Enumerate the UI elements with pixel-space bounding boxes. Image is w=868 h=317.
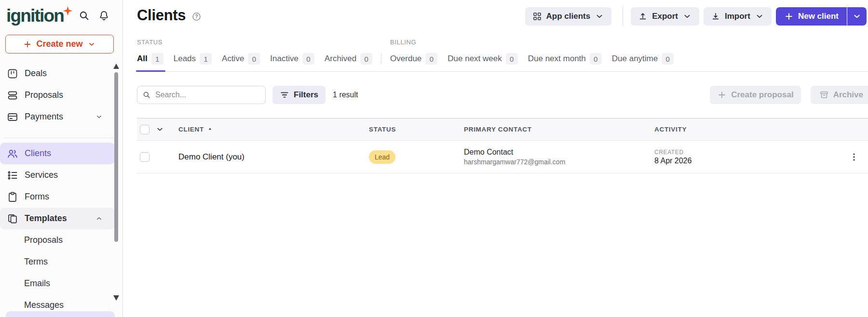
sidebar-item-clients[interactable]: Clients bbox=[0, 143, 115, 164]
table-header-row: CLIENT STATUS PRIMARY CONTACT ACTIVITY bbox=[137, 119, 868, 141]
primary-contact-cell: Demo Contact harshmargamwar772@gmail.com bbox=[464, 148, 654, 166]
export-label: Export bbox=[652, 12, 678, 21]
sidebar-subitem-terms[interactable]: Terms bbox=[0, 251, 115, 273]
chevron-down-icon bbox=[95, 113, 103, 121]
status-tab-leads[interactable]: Leads 1 bbox=[174, 52, 212, 66]
notifications-bell-icon[interactable] bbox=[98, 10, 110, 22]
sidebar-item-services[interactable]: Services bbox=[0, 164, 115, 186]
scrollbar-arrow-down[interactable] bbox=[113, 295, 119, 301]
activity-label: CREATED bbox=[654, 149, 840, 156]
import-label: Import bbox=[725, 12, 750, 21]
sidebar-item-payments[interactable]: Payments bbox=[0, 106, 115, 128]
tab-label: All bbox=[137, 54, 148, 64]
tab-count: 0 bbox=[590, 53, 602, 65]
contact-name: Demo Contact bbox=[464, 148, 654, 157]
sidebar-item-templates[interactable]: Templates bbox=[0, 208, 115, 229]
scrollbar-arrow-up[interactable] bbox=[113, 64, 119, 69]
tab-label: Due next week bbox=[448, 54, 502, 64]
templates-pages-icon bbox=[7, 213, 18, 225]
client-name-link[interactable]: Demo Client (you) bbox=[178, 152, 369, 162]
tab-label: Due anytime bbox=[612, 54, 658, 64]
filters-label: Filters bbox=[294, 90, 318, 100]
archive-button[interactable]: Archive bbox=[811, 86, 868, 104]
billing-filter-group: BILLING Overdue 0 Due next week 0 Due ne… bbox=[390, 39, 674, 71]
chevron-down-icon bbox=[852, 12, 862, 21]
billing-tab-due-next-week[interactable]: Due next week 0 bbox=[448, 52, 517, 66]
sidebar-item-deals[interactable]: Deals bbox=[0, 63, 115, 84]
header-actions: App clients Export Import bbox=[525, 7, 867, 26]
column-header-status: STATUS bbox=[369, 126, 464, 133]
status-tab-archived[interactable]: Archived 0 bbox=[325, 52, 372, 66]
upload-icon bbox=[638, 12, 648, 21]
tab-label: Leads bbox=[174, 54, 196, 64]
column-label: CLIENT bbox=[178, 126, 204, 133]
clients-table: CLIENT STATUS PRIMARY CONTACT ACTIVITY D… bbox=[137, 118, 868, 173]
new-client-split-button: New client bbox=[776, 7, 867, 26]
proposals-icon bbox=[7, 90, 18, 101]
tab-count: 1 bbox=[151, 53, 163, 65]
sidebar-item-proposals[interactable]: Proposals bbox=[0, 84, 115, 106]
status-tab-all[interactable]: All 1 bbox=[137, 52, 163, 66]
sparkle-icon bbox=[63, 6, 73, 16]
import-button[interactable]: Import bbox=[704, 7, 772, 26]
sidebar-subitem-emails[interactable]: Emails bbox=[0, 273, 115, 294]
scrollbar-thumb[interactable] bbox=[114, 72, 118, 242]
search-icon[interactable] bbox=[78, 10, 90, 22]
filters-button[interactable]: Filters bbox=[272, 86, 326, 104]
filter-group-separator bbox=[381, 53, 381, 64]
row-checkbox[interactable] bbox=[140, 152, 149, 162]
help-icon[interactable]: ? bbox=[191, 12, 202, 22]
new-client-button[interactable]: New client bbox=[776, 7, 847, 26]
app-clients-button[interactable]: App clients bbox=[525, 7, 612, 26]
new-client-dropdown-button[interactable] bbox=[847, 7, 867, 26]
sidebar-item-forms[interactable]: Forms bbox=[0, 186, 115, 208]
main-header: Clients ? App clients Export bbox=[137, 0, 868, 26]
chevron-down-icon bbox=[755, 12, 764, 21]
services-list-icon bbox=[7, 170, 18, 181]
chevron-down-icon[interactable] bbox=[155, 125, 178, 134]
archive-box-icon bbox=[819, 90, 829, 100]
table-row[interactable]: Demo Client (you) Lead Demo Contact hars… bbox=[137, 141, 868, 173]
clients-people-icon bbox=[7, 148, 18, 159]
billing-tab-due-next-month[interactable]: Due next month 0 bbox=[528, 52, 602, 66]
sidebar-subitem-proposals[interactable]: Proposals bbox=[0, 229, 115, 251]
sidebar-subitem-label: Emails bbox=[24, 278, 50, 289]
chevron-up-icon bbox=[95, 214, 103, 223]
sort-ascending-icon bbox=[207, 126, 213, 132]
create-proposal-button[interactable]: Create proposal bbox=[710, 86, 800, 104]
sidebar-item-label: Clients bbox=[25, 148, 51, 158]
result-count: 1 result bbox=[333, 91, 358, 99]
sidebar: ignition Create new Deals Proposals bbox=[0, 0, 123, 317]
sidebar-item-label: Services bbox=[25, 170, 58, 180]
tab-count: 0 bbox=[662, 53, 674, 65]
billing-tabs: Overdue 0 Due next week 0 Due next month… bbox=[390, 52, 674, 66]
contact-email: harshmargamwar772@gmail.com bbox=[464, 158, 654, 166]
billing-tab-due-anytime[interactable]: Due anytime 0 bbox=[612, 52, 674, 66]
select-all-checkbox[interactable] bbox=[140, 125, 149, 134]
ignition-logo[interactable]: ignition bbox=[6, 7, 73, 25]
app-clients-label: App clients bbox=[546, 12, 591, 21]
filter-lines-icon bbox=[280, 90, 289, 100]
sidebar-subitem-label: Proposals bbox=[24, 235, 63, 245]
column-header-client[interactable]: CLIENT bbox=[178, 126, 369, 133]
status-badge: Lead bbox=[369, 150, 395, 164]
archive-label: Archive bbox=[833, 90, 863, 100]
create-new-button[interactable]: Create new bbox=[5, 35, 114, 53]
billing-tab-overdue[interactable]: Overdue 0 bbox=[390, 52, 437, 66]
download-icon bbox=[711, 12, 720, 21]
app-root: ignition Create new Deals Proposals bbox=[0, 0, 868, 317]
search-icon bbox=[142, 91, 151, 99]
sidebar-item-label: Proposals bbox=[25, 90, 63, 100]
create-new-label: Create new bbox=[36, 39, 82, 49]
sidebar-item-label: Forms bbox=[25, 192, 49, 202]
status-group-label: STATUS bbox=[137, 39, 372, 46]
plus-icon bbox=[717, 90, 727, 100]
sidebar-divider bbox=[4, 138, 114, 138]
status-tab-active[interactable]: Active 0 bbox=[222, 52, 260, 66]
row-actions-kebab-icon[interactable] bbox=[849, 152, 859, 162]
search-input[interactable] bbox=[137, 86, 266, 104]
status-tab-inactive[interactable]: Inactive 0 bbox=[270, 52, 314, 66]
sidebar-nav: Deals Proposals Payments Clients Service… bbox=[0, 63, 122, 316]
tab-count: 0 bbox=[248, 53, 260, 65]
export-button[interactable]: Export bbox=[631, 7, 699, 26]
